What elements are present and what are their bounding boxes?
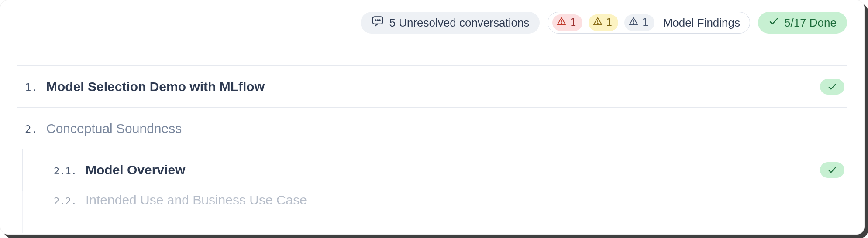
alert-triangle-icon [593, 17, 603, 29]
findings-yellow-count: 1 [606, 17, 612, 29]
outline-number: 1. [20, 82, 38, 94]
outline-list: 1. Model Selection Demo with MLflow 2. C… [0, 35, 865, 233]
outline-row[interactable]: 2.2. Intended Use and Business Use Case [22, 191, 847, 233]
findings-red-count: 1 [570, 17, 576, 29]
findings-grey-badge[interactable]: 1 [624, 14, 654, 31]
svg-point-2 [377, 20, 378, 20]
outline-number: 2.2. [49, 196, 77, 207]
svg-point-7 [597, 23, 598, 24]
done-progress-label: 5/17 Done [784, 16, 837, 30]
outline-title: Intended Use and Business Use Case [86, 193, 307, 207]
svg-point-9 [633, 23, 634, 24]
outline-row[interactable]: 2.1. Model Overview [22, 149, 847, 191]
done-badge [820, 79, 844, 95]
unresolved-conversations-pill[interactable]: 5 Unresolved conversations [361, 12, 540, 34]
outline-title: Model Overview [86, 163, 185, 177]
svg-point-1 [375, 20, 376, 20]
findings-red-badge[interactable]: 1 [552, 14, 582, 31]
outline-number: 2.1. [49, 166, 77, 177]
outline-row[interactable]: 2. Conceptual Soundness [17, 107, 847, 149]
alert-triangle-icon [629, 17, 638, 29]
outline-row[interactable]: 1. Model Selection Demo with MLflow [17, 65, 847, 107]
unresolved-conversations-label: 5 Unresolved conversations [389, 16, 530, 30]
topbar: 5 Unresolved conversations 1 1 [0, 0, 865, 35]
page-card: 5 Unresolved conversations 1 1 [0, 0, 865, 235]
check-icon [768, 16, 779, 30]
alert-triangle-icon [557, 17, 566, 29]
outline-title: Model Selection Demo with MLflow [46, 79, 265, 94]
outline-title: Conceptual Soundness [46, 121, 182, 136]
findings-grey-count: 1 [642, 17, 648, 29]
model-findings-label: Model Findings [663, 16, 740, 30]
done-progress-pill[interactable]: 5/17 Done [758, 12, 847, 34]
model-findings-group[interactable]: 1 1 1 Model Findings [548, 12, 750, 34]
comment-icon [371, 15, 384, 31]
svg-point-5 [561, 23, 562, 24]
svg-point-3 [379, 20, 380, 20]
findings-yellow-badge[interactable]: 1 [589, 14, 618, 31]
done-badge [820, 162, 844, 178]
outline-number: 2. [20, 123, 38, 136]
